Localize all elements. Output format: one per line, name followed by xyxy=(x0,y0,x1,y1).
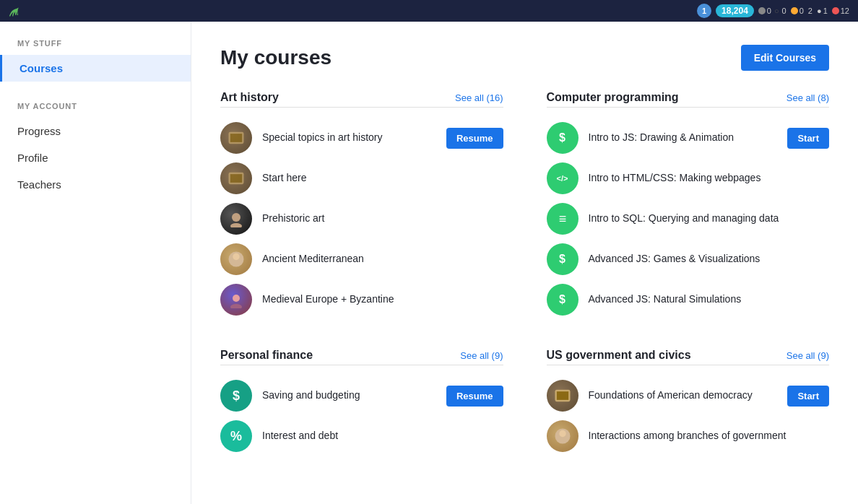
see-all-art-history[interactable]: See all (16) xyxy=(455,92,503,103)
svg-rect-3 xyxy=(230,174,242,183)
my-stuff-label: MY STUFF xyxy=(0,39,191,48)
course-name: Prehistoric art xyxy=(262,212,503,226)
svg-rect-1 xyxy=(230,134,242,142)
avatar xyxy=(547,380,578,412)
avatar xyxy=(547,420,578,452)
list-item: Medieval Europe + Byzantine xyxy=(220,279,503,320)
course-name: Medieval Europe + Byzantine xyxy=(262,292,503,307)
svg-point-7 xyxy=(233,253,239,260)
course-name: Start here xyxy=(262,171,503,186)
my-account-label: MY ACCOUNT xyxy=(0,102,191,110)
section-divider-finance xyxy=(220,365,503,365)
edit-courses-button[interactable]: Edit Courses xyxy=(741,45,829,71)
section-title-programming: Computer programming xyxy=(547,91,679,104)
svg-point-13 xyxy=(559,430,566,437)
avatar xyxy=(220,122,252,154)
list-item: $ Saving and budgeting Resume xyxy=(220,375,503,416)
list-item: Prehistoric art xyxy=(220,199,503,239)
sidebar: MY STUFF Courses MY ACCOUNT Progress Pro… xyxy=(0,22,191,504)
section-personal-finance: Personal finance See all (9) $ Saving an… xyxy=(220,349,503,456)
course-name: Interest and debt xyxy=(262,429,503,443)
see-all-finance[interactable]: See all (9) xyxy=(460,350,503,361)
section-title-finance: Personal finance xyxy=(220,349,313,362)
sidebar-item-teachers[interactable]: Teachers xyxy=(0,171,191,198)
avatar xyxy=(220,162,252,194)
list-item: Special topics in art history Resume xyxy=(220,118,503,158)
list-item: Interactions among branches of governmen… xyxy=(547,416,830,456)
section-us-government: US government and civics See all (9) Fou… xyxy=(547,349,830,456)
section-header-programming: Computer programming See all (8) xyxy=(547,91,830,104)
see-all-government[interactable]: See all (9) xyxy=(786,350,829,361)
main-layout: MY STUFF Courses MY ACCOUNT Progress Pro… xyxy=(0,22,858,504)
topbar-badge: 1 xyxy=(697,4,711,18)
resume-button-finance[interactable]: Resume xyxy=(446,386,503,407)
course-name: Ancient Mediterranean xyxy=(262,252,503,266)
section-header-government: US government and civics See all (9) xyxy=(547,349,830,362)
svg-point-9 xyxy=(230,304,242,308)
list-item: % Interest and debt xyxy=(220,416,503,456)
main-header: My courses Edit Courses xyxy=(220,45,829,71)
section-divider-government xyxy=(547,365,830,365)
list-item: $ Advanced JS: Games & Visualizations xyxy=(547,239,830,279)
sidebar-item-courses[interactable]: Courses xyxy=(0,55,191,82)
course-name: Intro to HTML/CSS: Making webpages xyxy=(589,171,830,186)
course-name: Interactions among branches of governmen… xyxy=(589,429,830,443)
section-title-art-history: Art history xyxy=(220,91,279,104)
see-all-programming[interactable]: See all (8) xyxy=(786,92,829,103)
topbar: 1 18,204 0 ○0 0 2 ●1 12 xyxy=(0,0,858,22)
section-computer-programming: Computer programming See all (8) $ Intro… xyxy=(547,91,830,320)
list-item: </> Intro to HTML/CSS: Making webpages xyxy=(547,158,830,199)
section-divider-programming xyxy=(547,107,830,108)
list-item: Ancient Mediterranean xyxy=(220,239,503,279)
logo-icon xyxy=(7,4,20,17)
avatar xyxy=(220,243,252,275)
list-item: Start here xyxy=(220,158,503,199)
sidebar-item-profile[interactable]: Profile xyxy=(0,144,191,171)
main-content: My courses Edit Courses Art history See … xyxy=(191,22,858,504)
start-button[interactable]: Start xyxy=(787,128,829,149)
page-title: My courses xyxy=(220,46,332,69)
list-item: Foundations of American democracy Start xyxy=(547,375,830,416)
avatar: $ xyxy=(547,243,578,275)
list-item: ≡ Intro to SQL: Querying and managing da… xyxy=(547,199,830,239)
avatar: ≡ xyxy=(547,203,578,235)
avatar xyxy=(220,203,252,235)
section-divider-art-history xyxy=(220,107,503,108)
avatar: $ xyxy=(220,380,252,412)
section-header-finance: Personal finance See all (9) xyxy=(220,349,503,362)
svg-point-8 xyxy=(233,295,240,302)
resume-button[interactable]: Resume xyxy=(446,128,503,149)
sidebar-item-progress[interactable]: Progress xyxy=(0,118,191,144)
courses-grid: Art history See all (16) Special topics … xyxy=(220,91,829,456)
svg-point-5 xyxy=(230,223,242,227)
section-header-art-history: Art history See all (16) xyxy=(220,91,503,104)
list-item: $ Advanced JS: Natural Simulations xyxy=(547,279,830,320)
avatar: % xyxy=(220,420,252,452)
svg-rect-11 xyxy=(556,391,568,400)
course-name: Advanced JS: Natural Simulations xyxy=(589,292,830,307)
topbar-notifications: 0 ○0 0 2 ●1 12 xyxy=(758,6,849,15)
course-name: Advanced JS: Games & Visualizations xyxy=(589,252,830,266)
section-art-history: Art history See all (16) Special topics … xyxy=(220,91,503,320)
svg-point-4 xyxy=(232,213,240,222)
avatar: $ xyxy=(547,284,578,316)
list-item: $ Intro to JS: Drawing & Animation Start xyxy=(547,118,830,158)
course-name: Foundations of American democracy xyxy=(589,388,778,403)
start-button-government[interactable]: Start xyxy=(787,386,829,407)
course-name: Intro to JS: Drawing & Animation xyxy=(589,131,778,145)
course-name: Special topics in art history xyxy=(262,131,436,145)
course-name: Saving and budgeting xyxy=(262,388,436,403)
avatar xyxy=(220,284,252,316)
course-name: Intro to SQL: Querying and managing data xyxy=(589,212,830,226)
section-title-government: US government and civics xyxy=(547,349,691,362)
topbar-score: 18,204 xyxy=(716,4,754,17)
avatar: $ xyxy=(547,122,578,154)
avatar: </> xyxy=(547,162,578,194)
